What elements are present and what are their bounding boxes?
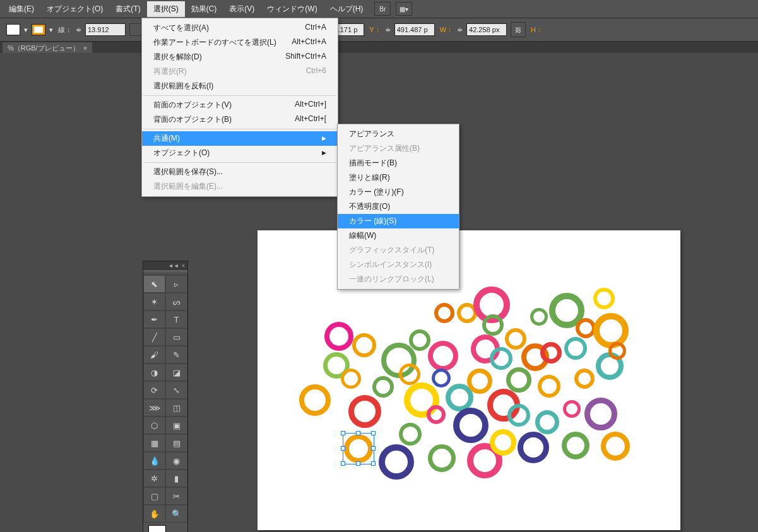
link-wh-icon[interactable]: ⛓ — [511, 22, 526, 37]
bridge-icon[interactable]: Br — [374, 2, 391, 16]
close-panel-icon[interactable]: × — [182, 263, 185, 269]
rectangle-tool[interactable]: ▭ — [165, 328, 187, 346]
submenu-item[interactable]: 線幅(W) — [338, 228, 459, 243]
submenu-item[interactable]: アピアランス — [338, 127, 459, 141]
eyedropper-tool[interactable]: 💧 — [143, 452, 165, 470]
fill-stroke-control[interactable] — [143, 523, 187, 532]
ring-shape[interactable] — [409, 329, 430, 351]
menu-select[interactable]: 選択(S) — [147, 1, 185, 17]
pen-tool[interactable]: ✒ — [143, 310, 165, 328]
ring-shape[interactable] — [341, 369, 361, 389]
ring-shape[interactable] — [505, 328, 526, 350]
ring-shape[interactable] — [593, 288, 615, 309]
ring-shape[interactable] — [564, 337, 587, 360]
ring-shape[interactable] — [538, 375, 560, 398]
pencil-tool[interactable]: ✎ — [165, 346, 187, 364]
slice-tool[interactable]: ✂ — [165, 487, 187, 505]
selection-handle[interactable] — [341, 431, 345, 435]
shape-builder-tool[interactable]: ⬡ — [143, 417, 165, 434]
lasso-tool[interactable]: ᔕ — [165, 293, 187, 310]
ring-shape[interactable] — [372, 376, 394, 398]
ring-shape[interactable] — [490, 429, 516, 456]
selection-handle[interactable] — [371, 446, 376, 451]
gradient-tool[interactable]: ▤ — [165, 434, 187, 452]
ring-shape[interactable] — [518, 432, 549, 463]
menu-item[interactable]: 選択範囲を保存(S)... — [142, 165, 338, 179]
selection-tool[interactable]: ⬉ — [143, 275, 165, 293]
menu-item[interactable]: 共通(M) — [142, 131, 338, 146]
ring-shape[interactable] — [399, 423, 422, 446]
y-stepper-icon[interactable]: ≑ — [385, 26, 391, 34]
menu-item[interactable]: すべてを選択(A)Ctrl+A — [142, 21, 338, 35]
ring-shape[interactable] — [540, 342, 562, 364]
submenu-item[interactable]: カラー (線)(S) — [338, 214, 459, 228]
submenu-item[interactable]: 塗りと線(R) — [338, 170, 459, 185]
ring-shape[interactable] — [482, 314, 504, 336]
blend-tool[interactable]: ◉ — [165, 452, 187, 470]
ring-shape[interactable] — [506, 367, 531, 393]
menu-effect[interactable]: 効果(C) — [185, 1, 223, 17]
line-tool[interactable]: ╱ — [143, 328, 165, 346]
ring-shape[interactable] — [324, 322, 353, 351]
submenu-item[interactable]: カラー (塗り)(F) — [338, 185, 459, 199]
submenu-item[interactable]: 描画モード(B) — [338, 156, 459, 170]
selection-handle[interactable] — [341, 446, 345, 451]
menu-type[interactable]: 書式(T) — [109, 1, 146, 17]
submenu-item[interactable]: 不透明度(O) — [338, 199, 459, 214]
panel-grip-bar[interactable] — [143, 270, 187, 275]
selection-handle[interactable] — [371, 461, 376, 466]
symbol-sprayer-tool[interactable]: ✲ — [143, 470, 165, 487]
artboard-tool[interactable]: ▢ — [143, 487, 165, 505]
zoom-tool[interactable]: 🔍 — [165, 505, 187, 523]
fill-color-swatch[interactable] — [148, 525, 166, 532]
menu-item[interactable]: オブジェクト(O) — [142, 146, 338, 160]
ring-shape[interactable] — [601, 432, 630, 461]
type-tool[interactable]: T — [165, 310, 187, 328]
document-tab[interactable]: %（RGB/プレビュー） × — [3, 42, 92, 54]
ring-shape[interactable] — [584, 398, 617, 430]
ring-shape[interactable] — [453, 408, 489, 443]
w-input[interactable] — [466, 23, 507, 36]
stepper-icon[interactable]: ≑ — [76, 26, 81, 34]
selection-handle[interactable] — [356, 461, 360, 466]
arrange-docs-icon[interactable]: ▦▾ — [396, 2, 412, 16]
ring-shape[interactable] — [428, 444, 456, 472]
blob-brush-tool[interactable]: ◑ — [143, 364, 165, 381]
ring-shape[interactable] — [428, 341, 458, 371]
ring-shape[interactable] — [562, 432, 589, 459]
collapse-icon[interactable]: ◄◄ — [168, 263, 179, 269]
menu-help[interactable]: ヘルプ(H) — [324, 1, 370, 17]
direct-selection-tool[interactable]: ▹ — [165, 275, 187, 293]
menu-item[interactable]: 選択を解除(D)Shift+Ctrl+A — [142, 50, 338, 64]
selection-handle[interactable] — [341, 461, 345, 466]
ring-shape[interactable] — [535, 410, 559, 434]
hand-tool[interactable]: ✋ — [143, 505, 165, 523]
ring-shape[interactable] — [427, 405, 446, 424]
menu-item[interactable]: 前面のオブジェクト(V)Alt+Ctrl+] — [142, 98, 338, 112]
paintbrush-tool[interactable]: 🖌 — [143, 346, 165, 364]
menu-edit[interactable]: 編集(E) — [3, 1, 40, 17]
w-stepper-icon[interactable]: ≑ — [457, 26, 463, 34]
menu-object[interactable]: オブジェクト(O) — [40, 1, 109, 17]
stroke-swatch[interactable] — [32, 24, 45, 35]
ring-shape[interactable] — [507, 404, 530, 427]
mesh-tool[interactable]: ▦ — [143, 434, 165, 452]
menu-view[interactable]: 表示(V) — [223, 1, 261, 17]
fill-dropdown-icon[interactable]: ▾ — [24, 26, 28, 34]
selection-handle[interactable] — [371, 431, 376, 435]
ring-shape[interactable] — [593, 313, 629, 348]
eraser-tool[interactable]: ◪ — [165, 364, 187, 381]
ring-shape[interactable] — [490, 347, 512, 370]
menu-item[interactable]: 背面のオブジェクト(B)Alt+Ctrl+[ — [142, 112, 338, 127]
rotate-tool[interactable]: ⟳ — [143, 381, 165, 399]
scale-tool[interactable]: ⤡ — [165, 381, 187, 399]
close-tab-icon[interactable]: × — [83, 44, 87, 52]
ring-shape[interactable] — [608, 342, 626, 360]
stroke-weight-input[interactable] — [85, 23, 126, 36]
ring-shape[interactable] — [379, 444, 414, 480]
graph-tool[interactable]: ▮ — [165, 470, 187, 487]
selection-handle[interactable] — [356, 431, 360, 435]
fill-swatch[interactable] — [6, 24, 20, 35]
menu-window[interactable]: ウィンドウ(W) — [261, 1, 323, 17]
artboard[interactable] — [258, 230, 680, 530]
